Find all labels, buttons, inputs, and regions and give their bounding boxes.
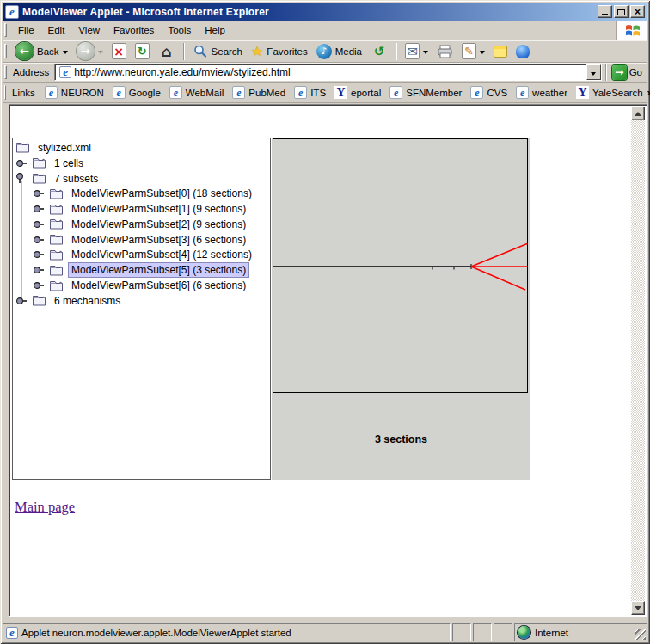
tree-label[interactable]: 1 cells — [51, 156, 87, 171]
tree-row-subset-4[interactable]: ModelViewParmSubset[4] (12 sections) — [13, 248, 270, 263]
tree-label[interactable]: 6 mechanisms — [51, 293, 124, 309]
favorites-button[interactable]: ★ Favorites — [247, 41, 312, 61]
tree-label[interactable]: ModelViewParmSubset[4] (12 sections) — [68, 247, 255, 262]
forward-button[interactable]: → — [72, 40, 107, 62]
discuss-icon — [494, 46, 507, 58]
link-webmail[interactable]: WebMail — [165, 84, 229, 101]
history-button[interactable]: ↺ — [366, 41, 392, 61]
tree-row-subset-5-selected[interactable]: ModelViewParmSubset[5] (3 sections) — [13, 262, 270, 278]
menubar-grab-handle[interactable] — [4, 23, 7, 36]
media-button[interactable]: ♪ Media — [312, 42, 366, 61]
back-dropdown-icon[interactable] — [63, 51, 68, 57]
edit-dropdown-icon[interactable] — [480, 51, 485, 57]
tree-row-cells[interactable]: 1 cells — [13, 156, 270, 171]
refresh-button[interactable]: ↻ — [131, 41, 154, 61]
collapsed-handle-icon[interactable] — [15, 159, 28, 168]
toolbar-grab-handle[interactable] — [4, 44, 7, 59]
menu-file[interactable]: File — [11, 22, 41, 38]
collapsed-handle-icon[interactable] — [33, 266, 46, 274]
link-eportal[interactable]: eportal — [330, 84, 385, 101]
tree-row-subset-6[interactable]: ModelViewParmSubset[6] (6 sections) — [13, 278, 270, 293]
tree-row-root[interactable]: stylized.xml — [13, 140, 270, 156]
messenger-button[interactable] — [512, 43, 534, 60]
maximize-button[interactable] — [614, 5, 629, 18]
tree-label[interactable]: ModelViewParmSubset[6] (6 sections) — [68, 278, 249, 293]
scroll-up-button[interactable] — [631, 107, 645, 120]
linksbar-grab-handle[interactable] — [4, 85, 6, 99]
tree-row-subset-1[interactable]: ModelViewParmSubset[1] (9 sections) — [13, 201, 270, 217]
menu-edit[interactable]: Edit — [41, 22, 72, 38]
collapsed-handle-icon[interactable] — [33, 250, 46, 259]
back-button[interactable]: ← Back — [11, 40, 72, 62]
tree-row-mechanisms[interactable]: 6 mechanisms — [13, 293, 270, 309]
stop-button[interactable]: × — [107, 41, 131, 61]
link-neuron[interactable]: NEURON — [40, 84, 108, 101]
tree-row-subset-0[interactable]: ModelViewParmSubset[0] (18 sections) — [13, 186, 270, 201]
link-yalesearch[interactable]: YaleSearch — [572, 84, 647, 101]
tree-label[interactable]: ModelViewParmSubset[2] (9 sections) — [68, 217, 249, 232]
link-weather[interactable]: weather — [512, 84, 572, 101]
messenger-icon — [516, 45, 530, 58]
shape-canvas-panel[interactable]: 3 sections — [272, 138, 530, 480]
tree-label[interactable]: 7 subsets — [51, 171, 101, 187]
minimize-button[interactable] — [598, 5, 612, 18]
scroll-down-button[interactable] — [631, 601, 645, 615]
link-its[interactable]: ITS — [290, 84, 330, 101]
title-bar: ModelViewer Applet - Microsoft Internet … — [3, 3, 647, 21]
collapsed-handle-icon[interactable] — [33, 281, 46, 290]
address-url[interactable]: http://www.neuron.yale.edu/mview/stylize… — [74, 66, 586, 78]
resize-grip[interactable] — [635, 629, 646, 640]
home-button[interactable]: ⌂ — [154, 41, 180, 62]
main-page-link[interactable]: Main page — [15, 499, 75, 516]
tree-label-selected[interactable]: ModelViewParmSubset[5] (3 sections) — [68, 262, 249, 278]
links-label: Links — [10, 88, 40, 98]
collapsed-handle-icon[interactable] — [33, 189, 46, 198]
browser-viewport: stylized.xml 1 cells — [9, 104, 647, 617]
folder-icon — [32, 172, 46, 185]
tree-label[interactable]: ModelViewParmSubset[3] (6 sections) — [68, 232, 249, 248]
collapsed-handle-icon[interactable] — [15, 297, 28, 305]
ie-page-icon — [389, 86, 402, 99]
search-button[interactable]: Search — [188, 42, 247, 61]
tree-row-subset-3[interactable]: ModelViewParmSubset[3] (6 sections) — [13, 232, 270, 248]
mail-button[interactable]: ✉ — [401, 41, 432, 61]
expanded-handle-icon[interactable] — [15, 172, 28, 184]
edit-button[interactable]: ✎ — [457, 41, 489, 61]
collapsed-handle-icon[interactable] — [33, 220, 46, 229]
address-dropdown-button[interactable] — [586, 64, 601, 80]
link-cvs[interactable]: CVS — [466, 84, 512, 101]
address-input[interactable]: http://www.neuron.yale.edu/mview/stylize… — [54, 64, 601, 81]
toolbar-separator — [183, 43, 185, 60]
tree-row-subset-2[interactable]: ModelViewParmSubset[2] (9 sections) — [13, 217, 270, 232]
addressbar-grab-handle[interactable] — [4, 65, 7, 78]
tree-row-subsets[interactable]: 7 subsets — [13, 171, 270, 187]
collapsed-handle-icon[interactable] — [33, 205, 46, 213]
discuss-button[interactable] — [489, 44, 512, 59]
menu-favorites[interactable]: Favorites — [107, 22, 161, 38]
menu-tools[interactable]: Tools — [161, 22, 198, 38]
edit-icon: ✎ — [462, 43, 476, 59]
mail-dropdown-icon[interactable] — [423, 51, 428, 57]
link-google[interactable]: Google — [108, 84, 165, 101]
model-tree: stylized.xml 1 cells — [13, 138, 270, 309]
go-button[interactable]: → Go — [610, 65, 647, 80]
tree-label[interactable]: stylized.xml — [34, 140, 95, 156]
menu-help[interactable]: Help — [198, 22, 232, 38]
link-pubmed[interactable]: PubMed — [228, 84, 290, 101]
collapsed-handle-icon[interactable] — [33, 236, 46, 244]
links-overflow-chevron[interactable]: » — [647, 86, 650, 99]
menu-bar: File Edit View Favorites Tools Help — [3, 21, 647, 40]
favorites-icon: ★ — [251, 43, 263, 59]
tree-label[interactable]: ModelViewParmSubset[1] (9 sections) — [68, 201, 249, 217]
ie-page-icon — [470, 86, 483, 99]
tree-label[interactable]: ModelViewParmSubset[0] (18 sections) — [68, 186, 255, 201]
menu-view[interactable]: View — [71, 22, 107, 38]
windows-flag-icon — [624, 22, 641, 39]
vertical-scrollbar[interactable] — [631, 107, 645, 615]
forward-dropdown-icon[interactable] — [98, 51, 103, 57]
mail-icon: ✉ — [405, 43, 420, 59]
link-sfnmember[interactable]: SFNMember — [385, 84, 466, 101]
close-button[interactable]: × — [630, 5, 645, 18]
yale-y-icon — [576, 86, 589, 99]
print-button[interactable] — [432, 42, 457, 61]
